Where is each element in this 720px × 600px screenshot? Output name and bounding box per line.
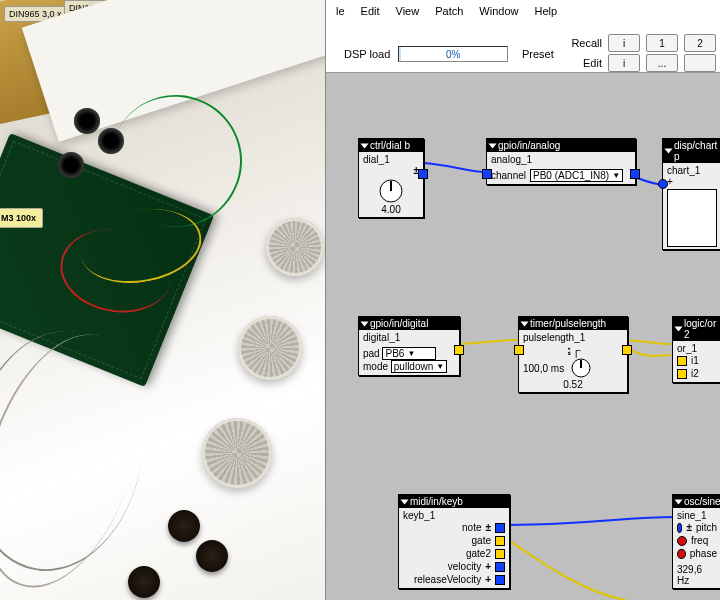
- node-type-label: disp/chart p: [674, 140, 718, 162]
- node-type-label: midi/in/keyb: [410, 496, 463, 507]
- menu-window[interactable]: Window: [473, 3, 524, 19]
- menu-view[interactable]: View: [390, 3, 426, 19]
- collapse-icon[interactable]: [489, 143, 497, 148]
- inlet-port[interactable]: [482, 169, 492, 179]
- node-osc-sine[interactable]: osc/sine sine_1 ±pitch freq phase 329,6 …: [672, 494, 720, 589]
- sine-freq-value: 329,6 Hz: [677, 564, 717, 586]
- rotary-knob: [266, 218, 324, 276]
- menu-help[interactable]: Help: [528, 3, 563, 19]
- node-digital-in[interactable]: gpio/in/digital digital_1 pad PB6 mode p…: [358, 316, 460, 376]
- node-dial[interactable]: ctrl/dial b dial_1 ± 4.00: [358, 138, 424, 218]
- collapse-icon[interactable]: [361, 321, 369, 326]
- channel-select[interactable]: PB0 (ADC1_IN8): [530, 169, 623, 182]
- collapse-icon[interactable]: [665, 149, 673, 154]
- mode-label: mode: [363, 361, 388, 372]
- recall-button-2[interactable]: 2: [684, 34, 716, 52]
- dial-knob-icon[interactable]: [570, 357, 592, 379]
- node-type-label: logic/or 2: [684, 318, 718, 340]
- node-instance-name: digital_1: [363, 332, 455, 343]
- node-instance-name: chart_1: [667, 165, 717, 176]
- channel-label: channel: [491, 170, 526, 181]
- dial-knob-icon[interactable]: [378, 178, 404, 204]
- inlet-port[interactable]: [514, 345, 524, 355]
- inlet-port[interactable]: [677, 356, 687, 366]
- node-type-label: gpio/in/analog: [498, 140, 560, 151]
- edit-button-blank[interactable]: [684, 54, 716, 72]
- outlet-port[interactable]: [495, 536, 505, 546]
- node-instance-name: sine_1: [677, 510, 717, 521]
- outlet-port[interactable]: [495, 562, 505, 572]
- inlet-port[interactable]: [677, 536, 687, 546]
- inlet-port[interactable]: [658, 179, 668, 189]
- small-knob: [196, 540, 228, 572]
- rotary-knob: [202, 418, 272, 488]
- recall-label: Recall: [571, 37, 602, 49]
- pad-select[interactable]: PB6: [382, 347, 436, 360]
- rotary-knob: [238, 316, 302, 380]
- collapse-icon[interactable]: [361, 143, 369, 148]
- outlet-port[interactable]: [495, 523, 505, 533]
- node-instance-name: keyb_1: [403, 510, 505, 521]
- inlet-port[interactable]: [677, 369, 687, 379]
- collapse-icon[interactable]: [521, 321, 529, 326]
- node-analog-in[interactable]: gpio/in/analog analog_1 channel PB0 (ADC…: [486, 138, 636, 185]
- hardware-photo: DIN965 3,0 x 30 DIN127 3mm M3 100x: [0, 0, 325, 600]
- node-type-label: timer/pulselength: [530, 318, 606, 329]
- edit-button-more[interactable]: ...: [646, 54, 678, 72]
- collapse-icon[interactable]: [675, 499, 683, 504]
- node-instance-name: pulselength_1: [523, 332, 623, 343]
- edit-label: Edit: [583, 57, 602, 69]
- outlet-port[interactable]: [418, 169, 428, 179]
- toolbar: DSP load 0% Preset Recall i 1 2 Edit i .…: [326, 22, 720, 73]
- menu-bar: le Edit View Patch Window Help: [326, 0, 720, 23]
- dsp-load-label: DSP load: [344, 48, 390, 60]
- menu-patch[interactable]: Patch: [429, 3, 469, 19]
- edit-button-i[interactable]: i: [608, 54, 640, 72]
- audio-jack: [58, 152, 84, 178]
- dsp-load-meter: 0%: [398, 46, 508, 62]
- node-type-label: osc/sine: [684, 496, 720, 507]
- box-label-4: M3 100x: [0, 208, 43, 228]
- preset-label: Preset: [522, 48, 554, 60]
- node-chart[interactable]: disp/chart p chart_1 +: [662, 138, 720, 250]
- outlet-port[interactable]: [495, 549, 505, 559]
- patch-canvas[interactable]: ctrl/dial b dial_1 ± 4.00 gpio/in/analog…: [326, 72, 720, 600]
- chart-display: [667, 189, 717, 247]
- mode-select[interactable]: pulldown: [391, 360, 447, 373]
- small-knob: [168, 510, 200, 542]
- dial-value: 4.00: [363, 204, 419, 215]
- node-instance-name: or_1: [677, 343, 717, 354]
- recall-button-1[interactable]: 1: [646, 34, 678, 52]
- node-midi-keyb[interactable]: midi/in/keyb keyb_1 note ± gate gate2 ve…: [398, 494, 510, 589]
- patcher-app: le Edit View Patch Window Help DSP load …: [325, 0, 720, 600]
- node-instance-name: dial_1: [363, 154, 419, 165]
- outlet-port[interactable]: [495, 575, 505, 585]
- menu-file[interactable]: le: [330, 3, 351, 19]
- menu-edit[interactable]: Edit: [355, 3, 386, 19]
- node-logic-or[interactable]: logic/or 2 or_1 i1 i2: [672, 316, 720, 383]
- node-type-label: ctrl/dial b: [370, 140, 410, 151]
- inlet-port[interactable]: [677, 523, 682, 533]
- audio-jack: [74, 108, 100, 134]
- pad-label: pad: [363, 348, 380, 359]
- collapse-icon[interactable]: [675, 327, 683, 332]
- outlet-port[interactable]: [630, 169, 640, 179]
- node-pulselength[interactable]: timer/pulselength pulselength_1 ⨾┌ 100,0…: [518, 316, 628, 393]
- outlet-port[interactable]: [454, 345, 464, 355]
- outlet-port[interactable]: [622, 345, 632, 355]
- recall-button-i[interactable]: i: [608, 34, 640, 52]
- node-type-label: gpio/in/digital: [370, 318, 428, 329]
- pulse-time: 100,0 ms: [523, 363, 564, 374]
- pulse-value: 0.52: [523, 379, 623, 390]
- inlet-port[interactable]: [677, 549, 686, 559]
- small-knob: [128, 566, 160, 598]
- node-instance-name: analog_1: [491, 154, 631, 165]
- collapse-icon[interactable]: [401, 499, 409, 504]
